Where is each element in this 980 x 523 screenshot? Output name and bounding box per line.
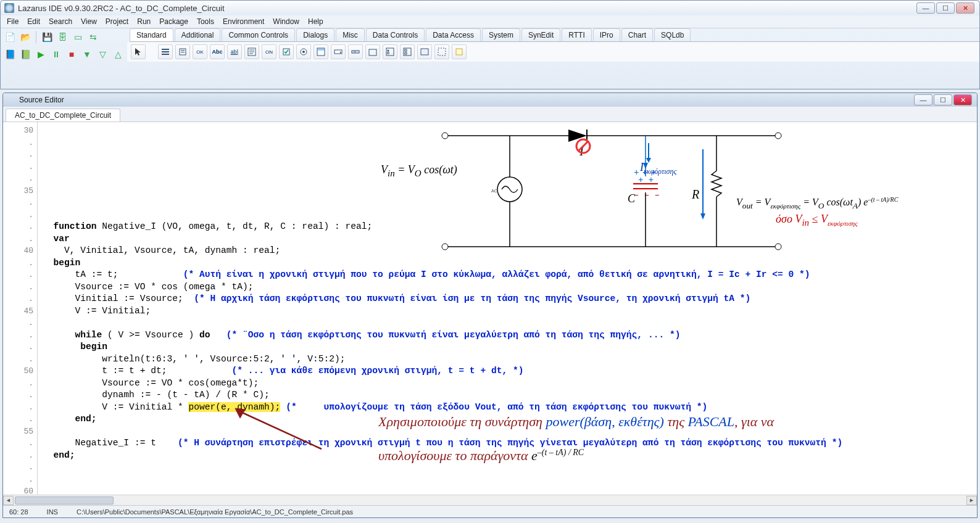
menu-environment[interactable]: Environment: [223, 17, 264, 26]
line-number: .: [3, 221, 33, 233]
code-line: V := Vinitial;: [43, 306, 151, 316]
status-caret-pos: 60: 28: [9, 508, 28, 516]
source-editor-titlebar: Source Editor — ☐ ✕: [3, 93, 977, 107]
palette-tab-data-controls[interactable]: Data Controls: [366, 28, 425, 41]
open-button[interactable]: 📂: [19, 30, 32, 44]
scroll-track[interactable]: [14, 496, 966, 505]
menu-edit[interactable]: Edit: [27, 17, 40, 26]
editor-window-controls: — ☐ ✕: [914, 94, 973, 105]
pause-button[interactable]: ⏸: [49, 47, 63, 61]
save-button[interactable]: 💾: [40, 30, 54, 44]
palette-tab-system[interactable]: System: [482, 28, 520, 41]
horizontal-scrollbar[interactable]: ◄ ►: [3, 495, 977, 505]
code-keyword: end;: [43, 414, 97, 424]
line-number: .: [3, 173, 33, 185]
editor-close-button[interactable]: ✕: [953, 94, 972, 105]
step-out-button[interactable]: △: [111, 47, 125, 61]
line-number: .: [3, 197, 33, 209]
palette-label-icon[interactable]: Abc: [210, 44, 225, 59]
editor-maximize-button[interactable]: ☐: [934, 94, 952, 105]
view-forms-button[interactable]: 📗: [19, 47, 32, 61]
line-number: .: [3, 389, 33, 402]
code-editor[interactable]: function Negative_I (VO, omega, t, dt, R…: [38, 122, 977, 495]
menu-package[interactable]: Package: [159, 17, 188, 26]
palette-mainmenu-icon[interactable]: [158, 44, 173, 59]
palette-button-icon[interactable]: OK: [193, 44, 207, 59]
toggle-form-unit-button[interactable]: ⇆: [86, 30, 100, 44]
maximize-button[interactable]: ☐: [936, 2, 955, 14]
palette-tab-misc[interactable]: Misc: [336, 28, 365, 41]
palette-scrollbar-icon[interactable]: [348, 44, 363, 59]
palette-actionlist-icon[interactable]: [452, 44, 467, 59]
scroll-thumb[interactable]: [15, 496, 114, 504]
menu-help[interactable]: Help: [308, 17, 323, 26]
palette-radiobutton-icon[interactable]: [296, 44, 311, 59]
menu-run[interactable]: Run: [137, 17, 151, 26]
menu-search[interactable]: Search: [49, 17, 72, 26]
menu-view[interactable]: View: [81, 17, 97, 26]
ide-main-window: Lazarus IDE v0.9.30.2RC2 - AC_to_DC_Comp…: [0, 0, 980, 89]
svg-rect-25: [421, 49, 428, 55]
palette-tab-additional[interactable]: Additional: [175, 28, 221, 41]
line-number: .: [3, 233, 33, 245]
svg-rect-15: [334, 50, 342, 54]
view-units-button[interactable]: 📘: [3, 47, 17, 61]
menu-project[interactable]: Project: [106, 17, 128, 26]
palette-tab-rtti[interactable]: RTTI: [562, 28, 591, 41]
palette-tab-common-controls[interactable]: Common Controls: [222, 28, 295, 41]
line-number: .: [3, 293, 33, 305]
palette-radiogroup-icon[interactable]: [383, 44, 397, 59]
palette-tab-sqldb[interactable]: SQLdb: [654, 28, 691, 41]
palette-checkgroup-icon[interactable]: [400, 44, 415, 59]
menu-tools[interactable]: Tools: [197, 17, 214, 26]
palette-frame-icon[interactable]: [434, 44, 449, 59]
palette-togglebox-icon[interactable]: ON: [262, 44, 276, 59]
save-all-button[interactable]: 🗄: [56, 30, 69, 44]
code-line: Negative_I (VO, omega, t, dt, R, C : rea…: [97, 221, 373, 231]
palette-combobox-icon[interactable]: [331, 44, 346, 59]
palette-tab-chart[interactable]: Chart: [621, 28, 653, 41]
new-unit-button[interactable]: 📄: [3, 30, 17, 44]
svg-point-33: [775, 133, 781, 139]
svg-rect-24: [405, 52, 407, 54]
palette-popupmenu-icon[interactable]: [175, 44, 190, 59]
code-line: V := Vinitial *: [43, 402, 188, 412]
vout-condition: όσο Vin ≤ Vεκφόρτισης: [754, 201, 858, 241]
palette-tab-standard[interactable]: Standard: [130, 28, 173, 41]
palette-memo-icon[interactable]: [244, 44, 259, 59]
step-into-button[interactable]: ▽: [96, 47, 109, 61]
menu-file[interactable]: File: [7, 17, 19, 26]
minimize-button[interactable]: —: [916, 2, 935, 14]
new-form-button[interactable]: ▭: [71, 30, 85, 44]
code-keyword: begin: [43, 342, 107, 352]
code-line: writeln(t:6:3, ' ', Vsource:5:2, ' ', V:…: [43, 354, 345, 364]
palette-tab-ipro[interactable]: IPro: [593, 28, 620, 41]
editor-minimize-button[interactable]: —: [914, 94, 932, 105]
palette-listbox-icon[interactable]: [314, 44, 328, 59]
scroll-right-arrow[interactable]: ►: [966, 496, 977, 505]
run-button[interactable]: ▶: [34, 47, 48, 61]
palette-tab-dialogs[interactable]: Dialogs: [296, 28, 334, 41]
menu-window[interactable]: Window: [273, 17, 299, 26]
window-controls: — ☐ ✕: [916, 2, 976, 14]
palette-panel-icon[interactable]: [417, 44, 432, 59]
palette-tab-data-access[interactable]: Data Access: [426, 28, 481, 41]
palette-checkbox-icon[interactable]: [279, 44, 294, 59]
palette-groupbox-icon[interactable]: [365, 44, 380, 59]
line-number: .: [3, 341, 33, 353]
stop-button[interactable]: ■: [65, 47, 78, 61]
svg-rect-19: [386, 48, 394, 56]
palette-tab-synedit[interactable]: SynEdit: [521, 28, 560, 41]
status-filepath: C:\Users\Public\Documents\PASCAL\Εξαμηνι…: [77, 508, 353, 516]
svg-point-20: [388, 50, 389, 52]
source-editor-window: Source Editor — ☐ ✕ AC_to_DC_Complete_Ci…: [2, 93, 978, 518]
step-over-button[interactable]: ▼: [80, 47, 94, 61]
editor-tab-current[interactable]: AC_to_DC_Complete_Circuit: [6, 109, 120, 121]
palette-pointer[interactable]: [131, 44, 146, 59]
code-line: Vsource := VO * cos(omega*t);: [43, 378, 259, 388]
ide-titlebar: Lazarus IDE v0.9.30.2RC2 - AC_to_DC_Comp…: [1, 1, 979, 15]
svg-rect-17: [354, 51, 356, 52]
scroll-left-arrow[interactable]: ◄: [3, 496, 14, 505]
palette-edit-icon[interactable]: ab|: [227, 44, 242, 59]
close-button[interactable]: ✕: [956, 2, 974, 14]
